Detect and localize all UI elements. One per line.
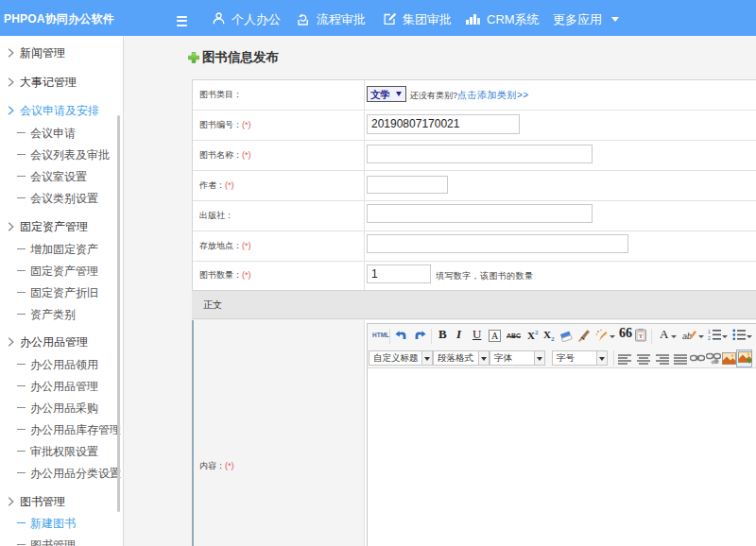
svg-text:ab: ab [682, 332, 692, 341]
svg-text:1: 1 [708, 329, 711, 334]
svg-text:T: T [639, 333, 644, 340]
svg-text:2: 2 [708, 335, 711, 341]
